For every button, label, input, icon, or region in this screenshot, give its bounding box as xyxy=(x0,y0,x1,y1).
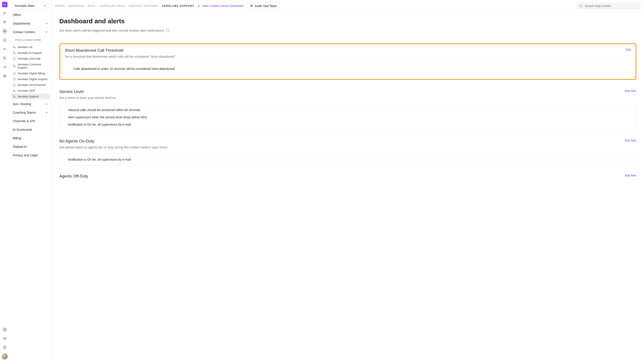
card-title: Agents Off-Duty xyxy=(59,174,88,178)
sidebar: Aerolabs Main Office Departments Contact… xyxy=(10,0,52,362)
contact-center-label: Aerolabs chat help xyxy=(18,57,40,60)
search-icon xyxy=(579,4,582,8)
workspace-name: Aerolabs Main xyxy=(15,4,34,8)
card-body-line: Notification is On for: all supervisors … xyxy=(68,158,628,161)
phone-icon xyxy=(13,46,16,49)
contact-center-item[interactable]: Aerolabs Ai Support xyxy=(11,50,50,56)
breadcrumb-separator: / xyxy=(66,5,67,8)
logo-icon xyxy=(3,3,6,6)
contact-center-label: Aerolabs Support xyxy=(18,95,39,98)
breadcrumb-item[interactable]: AEROLABS MAIN xyxy=(100,5,125,8)
card-short-abandoned: Short Abandoned Call Threshold Set a thr… xyxy=(59,43,636,80)
help-search[interactable] xyxy=(576,3,640,10)
nav-ai-scorecards[interactable]: Ai Scorecards xyxy=(10,125,52,134)
plus-icon[interactable] xyxy=(45,111,48,114)
breadcrumb-separator: / xyxy=(160,5,161,8)
contact-center-item[interactable]: Aerolabs Digital Billing xyxy=(11,71,50,76)
card-desc: Set a metric to base your service level … xyxy=(59,96,116,100)
nav-geo-routing[interactable]: Geo. Routing xyxy=(10,100,52,108)
nav-label: Privacy and Legal xyxy=(13,153,37,157)
card-no-agents: No Agents On-Duty Get alerted when no ag… xyxy=(59,139,636,165)
nav-coaching-teams[interactable]: Coaching Teams xyxy=(10,108,52,117)
user-plus-icon xyxy=(250,4,253,8)
contact-center-label: Aerolabs Digital Billing xyxy=(18,72,45,75)
svg-point-1 xyxy=(5,21,6,22)
history-icon[interactable] xyxy=(2,55,8,61)
rocket-icon[interactable] xyxy=(2,10,8,16)
view-dashboard-link[interactable]: View Contact Center Dashboard xyxy=(197,4,244,8)
invite-team-button[interactable]: Invite Your Team xyxy=(246,2,280,10)
edit-alert-link[interactable]: Edit Alert xyxy=(625,174,636,177)
contact-center-label: Aerolabs Customer Support xyxy=(18,63,48,69)
contact-center-item[interactable]: Aerolabs Support xyxy=(11,94,50,99)
video-icon[interactable] xyxy=(2,335,8,341)
breadcrumb-item[interactable]: CONTACT CENTERS xyxy=(129,5,158,8)
apps-icon[interactable] xyxy=(2,37,8,43)
settings-icon[interactable] xyxy=(2,28,8,34)
svg-point-2 xyxy=(4,31,5,32)
nav-billing[interactable]: Billing xyxy=(10,134,52,142)
breadcrumb-item[interactable]: AEROLABS - MAIN. xyxy=(68,5,97,8)
edit-alert-link[interactable]: Edit Alert xyxy=(625,89,636,92)
contact-center-item[interactable]: Aerolabs chat help xyxy=(11,56,50,62)
card-body-line: Calls abandoned in under 10 seconds will… xyxy=(74,67,622,71)
workspace-selector[interactable]: Aerolabs Main xyxy=(12,2,49,10)
trend-icon[interactable] xyxy=(2,64,8,70)
plus-icon[interactable] xyxy=(45,22,48,25)
card-body: Inbound calls should be answered within … xyxy=(59,104,636,130)
svg-point-0 xyxy=(4,21,5,22)
page-subtitle: Set when alerts will be triggered and wh… xyxy=(59,29,164,32)
contact-center-item[interactable]: Aerolabs SDR xyxy=(11,88,50,94)
contact-center-search-input[interactable] xyxy=(15,38,51,42)
contact-center-item[interactable]: Aerolabs Omnichannel xyxy=(11,82,50,88)
svg-point-12 xyxy=(251,5,252,6)
user-avatar[interactable] xyxy=(2,353,8,359)
edit-alert-link[interactable]: Edit Alert xyxy=(625,139,636,142)
help-icon[interactable] xyxy=(2,344,8,350)
activity-icon[interactable] xyxy=(2,46,8,52)
contact-center-label: Aerolabs Ai Support xyxy=(18,51,42,55)
contact-center-item[interactable]: Aerolabs Customer Support xyxy=(11,62,50,71)
breadcrumb-item[interactable]: ADMIN xyxy=(55,5,65,8)
card-title: Service Level xyxy=(59,89,116,94)
breadcrumb-item: AEROLABS SUPPORT xyxy=(162,5,194,8)
nav-dialpad-ai[interactable]: Dialpad Ai xyxy=(10,142,52,151)
page-subtitle-row: Set when alerts will be triggered and wh… xyxy=(59,29,636,32)
chevron-down-icon xyxy=(43,4,46,7)
nav-departments[interactable]: Departments xyxy=(10,19,52,28)
nav-label: Contact Centers xyxy=(13,30,35,34)
phone-icon xyxy=(13,52,16,55)
contact-center-search[interactable] xyxy=(11,37,50,43)
plus-icon[interactable] xyxy=(45,31,48,34)
contact-center-label: Aerolabs Digital Support xyxy=(18,78,47,81)
svg-rect-10 xyxy=(13,78,16,80)
contact-center-label: Aerolabs Omnichannel xyxy=(18,83,46,87)
phone-icon xyxy=(13,95,16,98)
help-search-input[interactable] xyxy=(585,4,638,8)
nav-office[interactable]: Office xyxy=(10,11,52,19)
app-logo[interactable] xyxy=(2,2,8,7)
contact-center-item[interactable]: Aerolabs AE xyxy=(11,44,50,50)
contact-center-label: Aerolabs SDR xyxy=(18,89,35,92)
svg-rect-4 xyxy=(3,338,5,339)
ai-square-icon[interactable] xyxy=(2,326,8,332)
nav-contact-centers[interactable]: Contact Centers xyxy=(10,28,52,36)
nav-channels-ivr[interactable]: Channels & IVR xyxy=(10,117,52,125)
nav-label: Channels & IVR xyxy=(13,119,35,123)
contact-center-list: Aerolabs AEAerolabs Ai SupportAerolabs c… xyxy=(10,44,52,100)
edit-link[interactable]: Edit xyxy=(626,48,631,51)
nav-privacy-legal[interactable]: Privacy and Legal xyxy=(10,151,52,159)
topbar: ADMIN/AEROLABS - MAIN./AEROLABS MAIN/CON… xyxy=(52,0,644,12)
monitor-icon xyxy=(13,57,16,60)
svg-point-13 xyxy=(580,5,582,7)
content-scroll: Dashboard and alerts Set when alerts wil… xyxy=(52,12,644,362)
cube-icon[interactable] xyxy=(2,73,8,79)
plus-icon[interactable] xyxy=(45,102,48,105)
phone-icon xyxy=(13,89,16,92)
contact-center-item[interactable]: Aerolabs Digital Support xyxy=(11,76,50,82)
breadcrumb: ADMIN/AEROLABS - MAIN./AEROLABS MAIN/CON… xyxy=(55,5,194,8)
svg-rect-11 xyxy=(13,84,16,85)
info-icon[interactable]: i xyxy=(166,29,170,32)
people-icon[interactable] xyxy=(2,19,8,25)
contact-center-label: Aerolabs AE xyxy=(18,46,33,49)
